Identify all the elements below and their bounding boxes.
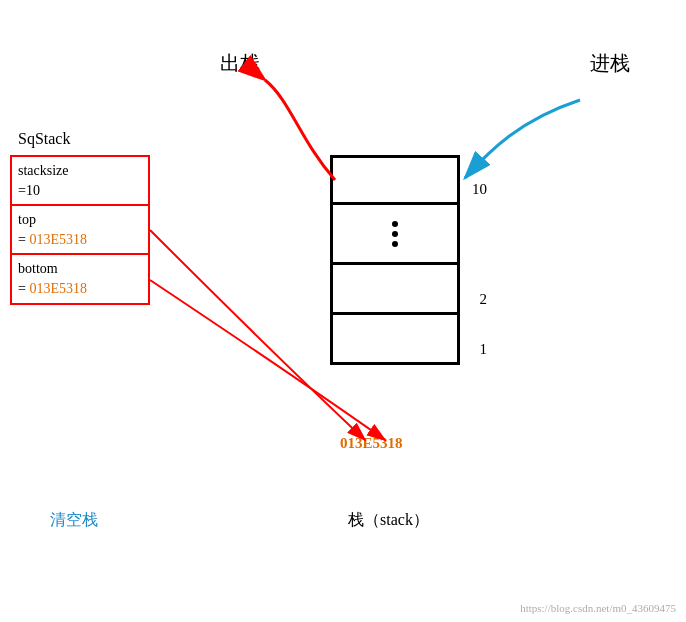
bottom-row: bottom= 013E5318 [12,255,148,302]
stack-cell-top: 10 [330,155,460,205]
stack-dots-cell [330,205,460,265]
stack-cell-2: 2 [330,265,460,315]
push-out-label: 出栈 [220,50,260,77]
dot-2 [392,231,398,237]
push-in-arrow [465,100,580,178]
stack-cell-1: 1 [330,315,460,365]
sqstack-label: SqStack [18,130,70,148]
stack-number-1: 1 [480,341,488,358]
bottom-value: 013E5318 [29,281,87,296]
stack-title: 栈（stack） [348,510,429,531]
clear-label: 清空栈 [50,510,98,531]
info-box: stacksize=10 top= 013E5318 bottom= 013E5… [10,155,150,305]
push-out-arrow [265,80,335,180]
dot-3 [392,241,398,247]
watermark: https://blog.csdn.net/m0_43609475 [520,602,676,614]
address-label: 013E5318 [340,435,403,452]
stack-number-10: 10 [472,181,487,198]
top-value: 013E5318 [29,232,87,247]
stack-number-2: 2 [480,291,488,308]
dot-1 [392,221,398,227]
stacksize-row: stacksize=10 [12,157,148,206]
stack-diagram: 10 2 1 [330,155,460,365]
push-in-label: 进栈 [590,50,630,77]
top-row: top= 013E5318 [12,206,148,255]
